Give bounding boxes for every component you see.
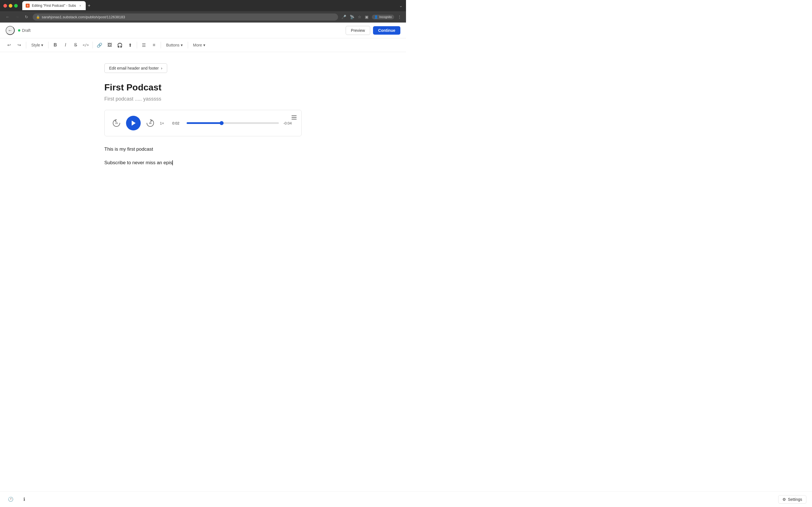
skip-forward-button[interactable]: 30 <box>145 118 155 128</box>
toolbar-divider-2 <box>48 42 49 48</box>
back-nav-btn[interactable]: ← <box>4 14 11 20</box>
svg-rect-2 <box>292 119 297 119</box>
player-progress-filled <box>187 122 221 124</box>
lock-icon: 🔒 <box>36 15 40 19</box>
new-tab-button[interactable]: + <box>88 3 91 8</box>
italic-button[interactable]: I <box>61 41 70 50</box>
post-title[interactable]: First Podcast <box>104 82 302 93</box>
skip-forward-label: 30 <box>149 122 152 124</box>
toolbar-divider-1 <box>26 42 26 48</box>
bullet-list-button[interactable]: ☰ <box>139 41 148 50</box>
buttons-dropdown[interactable]: Buttons ▾ <box>163 42 185 48</box>
speed-button[interactable]: 1× <box>160 121 168 125</box>
mic-icon[interactable]: 🎤 <box>342 15 346 19</box>
browser-actions: 🎤 📡 ☆ ▣ 👤 Incognito ⋮ <box>342 15 402 19</box>
tab-title: Editing "First Podcast" - Subs <box>32 4 76 8</box>
traffic-lights <box>3 4 18 8</box>
reload-btn[interactable]: ↻ <box>24 14 29 20</box>
menu-icon[interactable]: ⋮ <box>398 15 402 19</box>
skip-back-label: 15 <box>115 122 118 124</box>
more-chevron-icon: ▾ <box>203 43 205 47</box>
image-button[interactable]: 🖼 <box>105 41 114 50</box>
toolbar: ↩ ↪ Style ▾ B I S </> 🔗 🖼 🎧 ⬆ ☰ ≡ Button… <box>0 38 406 52</box>
editor-content-area[interactable]: Edit email header and footer › First Pod… <box>0 52 406 237</box>
more-label: More <box>193 43 202 47</box>
audio-button[interactable]: 🎧 <box>115 41 124 50</box>
fullscreen-window-btn[interactable] <box>14 4 18 8</box>
post-body[interactable]: This is my first podcast Subscribe to ne… <box>104 145 302 166</box>
undo-button[interactable]: ↩ <box>4 41 13 50</box>
bold-button[interactable]: B <box>51 41 60 50</box>
app-header: ← Draft Preview Continue <box>0 22 406 38</box>
split-view-icon[interactable]: ▣ <box>365 15 368 19</box>
bookmark-icon[interactable]: ☆ <box>358 15 361 19</box>
edit-header-footer-button[interactable]: Edit email header and footer › <box>104 63 167 73</box>
style-chevron-icon: ▾ <box>41 43 43 47</box>
preview-button[interactable]: Preview <box>346 26 370 35</box>
redo-button[interactable]: ↪ <box>15 41 24 50</box>
svg-rect-0 <box>292 115 297 116</box>
player-current-time: 0:02 <box>172 121 182 125</box>
post-body-line2: Subscribe to never miss an epis <box>104 159 302 166</box>
forward-nav-btn[interactable]: → <box>14 14 20 20</box>
code-button[interactable]: </> <box>81 41 90 50</box>
edit-header-footer-label: Edit email header and footer <box>109 66 159 70</box>
status-label: Draft <box>22 28 31 33</box>
numbered-list-button[interactable]: ≡ <box>149 41 158 50</box>
incognito-label: Incognito <box>379 15 392 18</box>
player-menu-button[interactable] <box>290 114 298 121</box>
more-dropdown[interactable]: More ▾ <box>190 42 208 48</box>
buttons-label: Buttons <box>166 43 179 47</box>
player-progress-thumb <box>220 121 223 125</box>
svg-rect-1 <box>292 117 297 118</box>
edit-header-footer-chevron-icon: › <box>161 66 162 70</box>
play-button[interactable] <box>126 116 141 130</box>
player-remaining-time: -0:04 <box>283 121 295 125</box>
toolbar-divider-5 <box>161 42 161 48</box>
status-dot <box>18 29 20 32</box>
audio-player: 15 30 1× 0:02 <box>104 110 302 136</box>
embed-button[interactable]: ⬆ <box>125 41 135 50</box>
link-button[interactable]: 🔗 <box>95 41 104 50</box>
header-actions: Preview Continue <box>346 26 400 35</box>
draft-status: Draft <box>18 28 31 33</box>
buttons-chevron-icon: ▾ <box>181 43 183 47</box>
continue-button[interactable]: Continue <box>373 26 400 35</box>
address-bar: ← → ↻ 🔒 sarahjonas1.substack.com/publish… <box>0 11 406 22</box>
style-label: Style <box>31 43 40 47</box>
minimize-window-btn[interactable] <box>9 4 12 8</box>
url-text: sarahjonas1.substack.com/publish/post/11… <box>42 15 125 19</box>
incognito-icon: 👤 <box>374 15 378 19</box>
text-cursor <box>172 160 173 165</box>
post-subtitle[interactable]: First podcast ..... yasssss <box>104 96 302 102</box>
tab-favicon: S <box>26 4 30 8</box>
tab-bar: S Editing "First Podcast" - Subs × + <box>22 1 91 10</box>
cast-icon[interactable]: 📡 <box>350 15 354 19</box>
tab-close-btn[interactable]: × <box>79 4 82 8</box>
incognito-badge: 👤 Incognito <box>372 15 394 19</box>
post-body-line1: This is my first podcast <box>104 145 302 153</box>
skip-back-button[interactable]: 15 <box>111 118 121 128</box>
editor-area: Edit email header and footer › First Pod… <box>104 52 302 200</box>
back-icon: ← <box>8 28 12 33</box>
window-controls: ⌄ <box>399 3 403 8</box>
post-body-line2-text: Subscribe to never miss an epis <box>104 160 172 165</box>
player-progress-bar[interactable] <box>187 122 279 124</box>
style-dropdown[interactable]: Style ▾ <box>29 42 46 48</box>
active-tab[interactable]: S Editing "First Podcast" - Subs × <box>22 1 86 10</box>
close-window-btn[interactable] <box>3 4 7 8</box>
strikethrough-button[interactable]: S <box>71 41 80 50</box>
back-button[interactable]: ← <box>6 26 15 35</box>
url-bar[interactable]: 🔒 sarahjonas1.substack.com/publish/post/… <box>33 13 338 20</box>
